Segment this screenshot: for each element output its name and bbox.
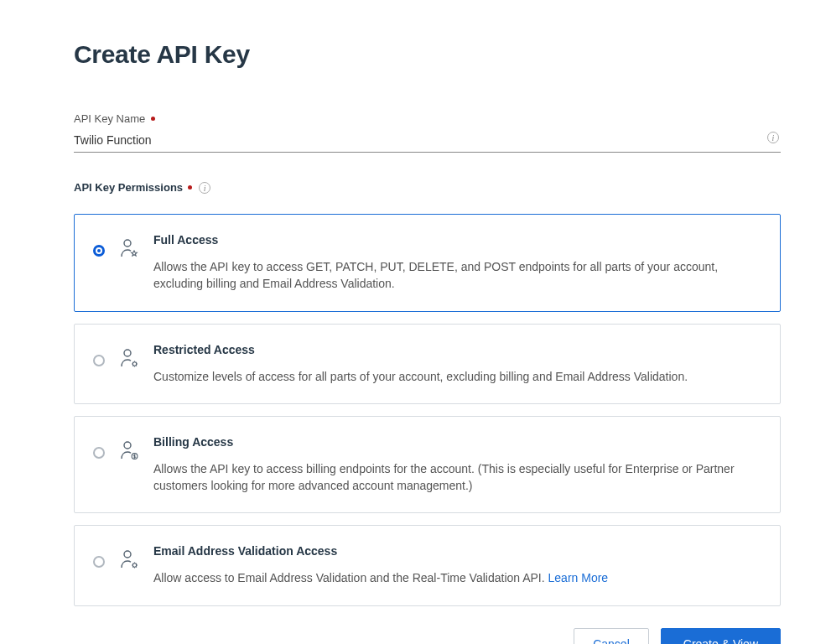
option-desc: Customize levels of access for all parts…: [153, 368, 761, 385]
user-star-icon: [120, 238, 138, 263]
option-desc-text: Allow access to Email Address Validation…: [153, 571, 548, 584]
option-title: Full Access: [153, 233, 761, 247]
required-indicator-icon: [151, 117, 155, 121]
radio-email-validation-access[interactable]: [93, 556, 105, 568]
actions-row: Cancel Create & View: [74, 628, 781, 644]
radio-restricted-access[interactable]: [93, 355, 105, 366]
option-title: Email Address Validation Access: [153, 544, 761, 558]
user-gear-icon: [120, 549, 138, 574]
cancel-button[interactable]: Cancel: [574, 628, 649, 644]
page-title: Create API Key: [74, 40, 781, 69]
permission-option-restricted-access[interactable]: Restricted Access Customize levels of ac…: [74, 324, 781, 404]
user-dollar-icon: [120, 440, 138, 465]
permission-option-billing-access[interactable]: Billing Access Allows the API key to acc…: [74, 416, 781, 514]
svg-point-3: [124, 442, 131, 449]
radio-billing-access[interactable]: [93, 447, 105, 459]
user-gear-icon: [120, 348, 138, 373]
option-title: Restricted Access: [153, 343, 761, 356]
svg-point-5: [124, 551, 131, 558]
radio-full-access[interactable]: [93, 245, 105, 257]
permission-option-email-validation-access[interactable]: Email Address Validation Access Allow ac…: [74, 525, 781, 605]
info-icon[interactable]: i: [199, 182, 210, 194]
option-desc: Allow access to Email Address Validation…: [153, 569, 761, 586]
required-indicator-icon: [188, 185, 192, 190]
option-desc: Allows the API key to access billing end…: [153, 460, 761, 495]
api-key-name-field: API Key Name i: [74, 111, 781, 153]
learn-more-link[interactable]: Learn More: [548, 571, 609, 584]
svg-point-1: [124, 350, 131, 356]
api-key-name-input[interactable]: [74, 130, 781, 153]
option-title: Billing Access: [153, 435, 761, 449]
permissions-section-label: API Key Permissions: [74, 181, 183, 194]
api-key-name-label: API Key Name: [74, 112, 145, 125]
option-desc: Allows the API key to access GET, PATCH,…: [153, 258, 761, 293]
permission-option-full-access[interactable]: Full Access Allows the API key to access…: [74, 214, 781, 312]
create-and-view-button[interactable]: Create & View: [661, 628, 781, 644]
svg-point-0: [124, 240, 131, 247]
info-icon[interactable]: i: [767, 132, 779, 143]
